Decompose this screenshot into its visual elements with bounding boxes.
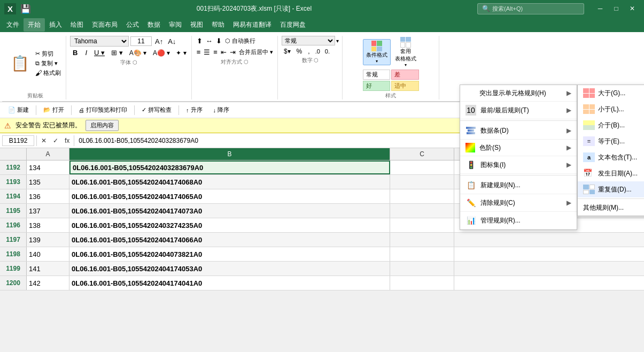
align-left-btn[interactable]: ≡ bbox=[196, 47, 202, 57]
cell-a[interactable]: 142 bbox=[27, 276, 69, 290]
close-btn[interactable]: ✕ bbox=[625, 2, 640, 15]
cell-c[interactable] bbox=[390, 276, 454, 290]
cell-c[interactable] bbox=[390, 262, 454, 276]
formula-cancel-btn[interactable]: ✕ bbox=[39, 136, 49, 146]
menu-item-youdao[interactable]: 网易有道翻译 bbox=[229, 18, 276, 32]
increase-decimal-btn[interactable]: .0 bbox=[314, 48, 322, 55]
cell-b[interactable]: 0L06.16.001-B05,10554202403274235A0 bbox=[69, 218, 390, 232]
cell-c[interactable] bbox=[390, 175, 454, 189]
cell-b[interactable]: 0L06.16.001-B05,10554202404174053A0 bbox=[69, 262, 390, 276]
menu-item-formula[interactable]: 公式 bbox=[122, 18, 143, 32]
font-grow-btn[interactable]: A↑ bbox=[153, 37, 165, 46]
menu-item-file[interactable]: 文件 bbox=[2, 18, 24, 32]
cell-b[interactable]: 0L06.16.001-B05,10554202404174073A0 bbox=[69, 204, 390, 218]
style-bad-box[interactable]: 差 bbox=[391, 70, 419, 80]
border-btn[interactable]: ⊞ ▾ bbox=[109, 48, 125, 58]
align-middle-btn[interactable]: ↔ bbox=[205, 36, 214, 46]
cell-b[interactable]: 0L06.16.001-B05,10554202403283679A0 bbox=[69, 160, 390, 174]
cell-b[interactable]: 0L06.16.001-B05,10554202404174041A0 bbox=[69, 276, 390, 290]
font-color-btn[interactable]: A🔴 ▾ bbox=[151, 48, 172, 58]
minimize-btn[interactable]: ─ bbox=[593, 2, 608, 15]
cell-a[interactable]: 137 bbox=[27, 204, 69, 218]
cf-sub-duplicate[interactable]: 重复值(D)... bbox=[578, 181, 644, 197]
copy-btn[interactable]: ⧉ 复制 ▾ bbox=[34, 59, 63, 68]
menu-item-view[interactable]: 视图 bbox=[186, 18, 207, 32]
font-select[interactable]: Tahoma bbox=[70, 36, 129, 47]
bold-btn[interactable]: B bbox=[70, 48, 80, 58]
enable-content-btn[interactable]: 启用内容 bbox=[86, 120, 119, 131]
cf-sub-less[interactable]: 小于(L)... bbox=[578, 101, 644, 117]
style-good-box[interactable]: 好 bbox=[363, 81, 391, 91]
wrap-text-btn[interactable]: ⬡ 自动换行 bbox=[224, 36, 257, 46]
fill-color-btn[interactable]: A🎨 ▾ bbox=[127, 48, 149, 58]
col-header-a[interactable]: A bbox=[27, 148, 69, 160]
number-format-select[interactable]: 常规 bbox=[282, 36, 335, 45]
percent-btn[interactable]: % bbox=[294, 47, 305, 56]
cf-sub-textcontains[interactable]: a 文本包含(T)... bbox=[578, 149, 644, 165]
italic-btn[interactable]: I bbox=[82, 48, 90, 58]
maximize-btn[interactable]: □ bbox=[609, 2, 624, 15]
cf-item-clearrule[interactable]: ✏️ 清除规则(C) ▶ bbox=[460, 194, 577, 212]
merge-center-btn[interactable]: 合并后居中 ▾ bbox=[238, 47, 274, 57]
menu-item-help[interactable]: 帮助 bbox=[207, 18, 229, 32]
clear-btn[interactable]: ✦ ▾ bbox=[174, 49, 188, 57]
open-btn[interactable]: 📂 打开 bbox=[40, 104, 68, 116]
formula-confirm-btn[interactable]: ✓ bbox=[51, 136, 60, 146]
cf-sub-equal[interactable]: = 等于(E)... bbox=[578, 133, 644, 149]
cell-b[interactable]: 0L06.16.001-B05,10554202404073821A0 bbox=[69, 247, 390, 261]
cell-c[interactable] bbox=[390, 247, 454, 261]
cf-item-databar[interactable]: 数据条(D) ▶ bbox=[460, 122, 577, 140]
formula-function-btn[interactable]: fx bbox=[63, 136, 72, 146]
cell-a[interactable]: 136 bbox=[27, 189, 69, 203]
cut-btn[interactable]: ✂ 剪切 bbox=[34, 49, 63, 58]
menu-item-data[interactable]: 数据 bbox=[143, 18, 165, 32]
cell-c[interactable] bbox=[390, 218, 454, 232]
menu-item-draw[interactable]: 绘图 bbox=[66, 18, 88, 32]
cell-a[interactable]: 138 bbox=[27, 218, 69, 232]
menu-item-baidu[interactable]: 百度网盘 bbox=[276, 18, 310, 32]
cell-a[interactable]: 140 bbox=[27, 247, 69, 261]
font-shrink-btn[interactable]: A↓ bbox=[166, 37, 177, 46]
decrease-decimal-btn[interactable]: 0. bbox=[323, 48, 331, 55]
menu-item-insert[interactable]: 插入 bbox=[45, 18, 66, 32]
col-header-b[interactable]: B bbox=[69, 148, 390, 160]
menu-item-home[interactable]: 开始 bbox=[24, 18, 45, 32]
style-normal-box[interactable]: 常规 bbox=[363, 70, 391, 80]
font-size-input[interactable] bbox=[130, 36, 152, 46]
cell-c[interactable] bbox=[390, 233, 454, 247]
cf-sub-otherrules[interactable]: 其他规则(M)... bbox=[578, 200, 644, 216]
number-format-dropdown-btn[interactable]: ▾ bbox=[336, 38, 339, 44]
cf-item-colorscale[interactable]: 色阶(S) ▶ bbox=[460, 140, 577, 156]
underline-btn[interactable]: U ▾ bbox=[92, 48, 107, 58]
cf-item-newrule[interactable]: 📋 新建规则(N)... bbox=[460, 177, 577, 194]
cell-b[interactable]: 0L06.16.001-B05,10554202404174065A0 bbox=[69, 189, 390, 203]
format-painter-btn[interactable]: 🖌格式刷 bbox=[34, 68, 63, 78]
print-preview-btn[interactable]: 🖨 打印预览和打印 bbox=[75, 104, 131, 116]
cf-item-iconset[interactable]: 🚦 图标集(I) ▶ bbox=[460, 156, 577, 174]
spell-check-btn[interactable]: ✓ 拼写检查 bbox=[138, 104, 175, 116]
cell-ref-input[interactable]: B1192 bbox=[2, 135, 34, 146]
cf-sub-dateoccur[interactable]: 📅 发生日期(A)... bbox=[578, 165, 644, 181]
cell-c[interactable] bbox=[390, 160, 454, 174]
cf-sub-greater[interactable]: 大于(G)... bbox=[578, 85, 644, 101]
align-center-btn[interactable]: ☰ bbox=[203, 47, 211, 57]
align-bottom-btn[interactable]: ⬇ bbox=[215, 36, 223, 46]
conditional-format-btn[interactable]: 条件格式 ▾ bbox=[363, 39, 391, 65]
search-box[interactable]: 🔍 搜索(Alt+Q) bbox=[477, 3, 584, 14]
sort-asc-btn[interactable]: ↑ 升序 bbox=[182, 104, 206, 116]
sort-desc-btn[interactable]: ↓ 降序 bbox=[210, 104, 234, 116]
align-top-btn[interactable]: ⬆ bbox=[196, 36, 204, 46]
decrease-indent-btn[interactable]: ⇤ bbox=[220, 47, 228, 57]
cell-a[interactable]: 134 bbox=[27, 160, 69, 174]
increase-indent-btn[interactable]: ⇥ bbox=[229, 47, 237, 57]
save-icon[interactable]: 💾 bbox=[20, 4, 31, 14]
menu-item-layout[interactable]: 页面布局 bbox=[88, 18, 122, 32]
cell-b[interactable]: 0L06.16.001-B05,10554202404174068A0 bbox=[69, 175, 390, 189]
cell-c[interactable] bbox=[390, 204, 454, 218]
new-btn[interactable]: 📄 新建 bbox=[4, 104, 33, 116]
cf-sub-between[interactable]: 介于(B)... bbox=[578, 117, 644, 133]
cell-a[interactable]: 141 bbox=[27, 262, 69, 276]
paste-btn[interactable]: 📋 bbox=[7, 53, 33, 74]
cf-item-topbottom[interactable]: 10 最前/最后规则(T) ▶ bbox=[460, 102, 577, 119]
cell-a[interactable]: 135 bbox=[27, 175, 69, 189]
